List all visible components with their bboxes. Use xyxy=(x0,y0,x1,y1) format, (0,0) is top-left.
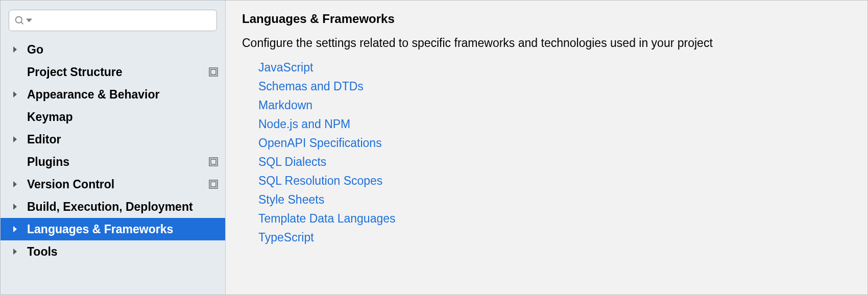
svg-line-1 xyxy=(21,22,23,24)
search-input-container[interactable] xyxy=(9,10,217,31)
framework-link-markdown[interactable]: Markdown xyxy=(258,96,851,115)
svg-point-0 xyxy=(16,16,22,22)
sidebar-item-build-execution-deployment[interactable]: Build, Execution, Deployment xyxy=(1,195,225,218)
chevron-right-icon xyxy=(12,181,19,188)
sidebar-item-label: Plugins xyxy=(27,155,209,169)
module-scope-icon xyxy=(209,157,218,166)
sidebar-item-label: Keymap xyxy=(27,110,218,124)
chevron-right-icon xyxy=(12,136,19,143)
framework-link-typescript[interactable]: TypeScript xyxy=(258,228,851,247)
sidebar-item-label: Build, Execution, Deployment xyxy=(27,200,218,214)
chevron-right-icon xyxy=(12,248,19,255)
module-scope-icon xyxy=(209,180,218,189)
chevron-right-icon xyxy=(12,91,19,98)
sidebar-item-tools[interactable]: Tools xyxy=(1,240,225,263)
svg-rect-7 xyxy=(211,182,216,187)
chevron-right-icon xyxy=(12,226,19,233)
page-description: Configure the settings related to specif… xyxy=(242,36,851,50)
sidebar-item-label: Go xyxy=(27,43,218,57)
chevron-right-icon xyxy=(12,46,19,53)
framework-link-schemas-and-dtds[interactable]: Schemas and DTDs xyxy=(258,77,851,96)
search-icon xyxy=(14,15,25,26)
sidebar-item-project-structure[interactable]: Project Structure xyxy=(1,61,225,83)
framework-link-template-data-languages[interactable]: Template Data Languages xyxy=(258,209,851,228)
sidebar-item-label: Appearance & Behavior xyxy=(27,88,218,102)
chevron-down-icon xyxy=(26,17,32,23)
sidebar-item-go[interactable]: Go xyxy=(1,38,225,61)
search-input[interactable] xyxy=(36,15,211,27)
framework-link-list: JavaScriptSchemas and DTDsMarkdownNode.j… xyxy=(242,58,851,247)
svg-rect-3 xyxy=(211,69,216,75)
framework-link-sql-resolution-scopes[interactable]: SQL Resolution Scopes xyxy=(258,171,851,190)
svg-rect-5 xyxy=(211,159,216,164)
framework-link-style-sheets[interactable]: Style Sheets xyxy=(258,190,851,209)
page-title: Languages & Frameworks xyxy=(242,12,851,26)
sidebar-item-appearance-behavior[interactable]: Appearance & Behavior xyxy=(1,83,225,106)
framework-link-sql-dialects[interactable]: SQL Dialects xyxy=(258,153,851,171)
settings-tree: GoProject StructureAppearance & Behavior… xyxy=(1,35,225,263)
settings-sidebar: GoProject StructureAppearance & Behavior… xyxy=(1,1,226,294)
framework-link-node-js-and-npm[interactable]: Node.js and NPM xyxy=(258,115,851,134)
sidebar-item-label: Version Control xyxy=(27,178,209,191)
sidebar-item-label: Tools xyxy=(27,245,218,259)
framework-link-javascript[interactable]: JavaScript xyxy=(258,58,851,77)
search-wrap xyxy=(1,10,225,35)
sidebar-item-languages-frameworks[interactable]: Languages & Frameworks xyxy=(1,218,225,240)
sidebar-item-plugins[interactable]: Plugins xyxy=(1,151,225,173)
sidebar-item-label: Editor xyxy=(27,133,218,146)
chevron-right-icon xyxy=(12,203,19,210)
sidebar-item-editor[interactable]: Editor xyxy=(1,128,225,151)
module-scope-icon xyxy=(209,67,218,77)
sidebar-item-label: Languages & Frameworks xyxy=(27,223,218,236)
sidebar-item-keymap[interactable]: Keymap xyxy=(1,106,225,128)
main-panel: Languages & Frameworks Configure the set… xyxy=(226,1,867,294)
sidebar-item-label: Project Structure xyxy=(27,65,209,79)
sidebar-item-version-control[interactable]: Version Control xyxy=(1,173,225,195)
framework-link-openapi-specifications[interactable]: OpenAPI Specifications xyxy=(258,134,851,153)
